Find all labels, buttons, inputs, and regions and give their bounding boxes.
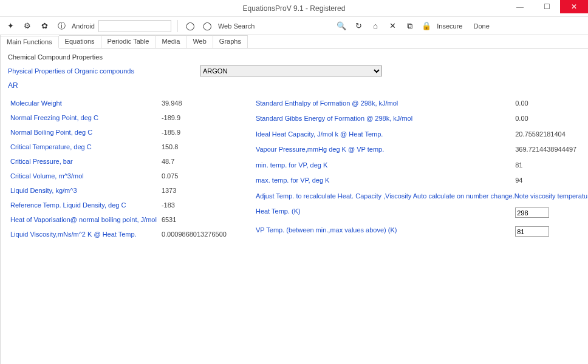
done-label[interactable]: Done [473,22,489,30]
window-title: EquationsProV 9.1 - Registered [243,4,346,13]
tab-equations[interactable]: Equations [59,35,101,48]
warning-text: Adjust Temp. to recalculate Heat. Capaci… [253,189,588,204]
pick-label: Physical Properties of Organic compounds [8,67,194,75]
close-button[interactable]: ✕ [560,0,588,13]
insecure-label: Insecure [437,22,462,30]
nav-back-icon[interactable]: ◯ [184,19,197,33]
properties-right: Standard Enthalpy of Formation @ 298k, k… [253,96,588,241]
refresh-icon[interactable]: ↻ [352,19,365,33]
properties-left: Molecular Weight39.948 Normal Freezing P… [8,96,229,241]
panel-section-title: Chemical Compound Properties [8,53,588,61]
copy-icon[interactable]: ⧉ [403,19,416,33]
lock-icon[interactable]: 🔒 [420,19,433,33]
toolbar-combo[interactable] [98,20,171,32]
tab-periodic-table[interactable]: Periodic Table [101,35,156,48]
tab-media[interactable]: Media [156,35,186,48]
tab-web[interactable]: Web [186,35,213,48]
websearch-label: Web Search [218,22,255,30]
home-icon[interactable]: ⌂ [369,19,382,33]
search-icon[interactable]: 🔍 [335,19,348,33]
gear-small-icon[interactable]: ⚙ [21,19,34,33]
formula-text: AR [8,81,588,90]
stop-icon[interactable]: ✕ [386,19,399,33]
maximize-button[interactable]: ☐ [533,0,560,13]
tab-graphs[interactable]: Graphs [213,35,248,48]
vp-temp-input[interactable] [515,226,549,237]
nav-fwd-icon[interactable]: ◯ [201,19,214,33]
minimize-button[interactable]: — [507,0,533,13]
tab-main-functions[interactable]: Main Functions [1,36,59,49]
gear-icon[interactable]: ✿ [38,19,51,33]
platform-label: Android [72,22,95,30]
heat-temp-input[interactable] [515,207,549,218]
back-icon[interactable]: ✦ [4,19,17,33]
compound-select[interactable]: ARGON [200,66,382,76]
info-icon[interactable]: ⓘ [55,19,68,33]
